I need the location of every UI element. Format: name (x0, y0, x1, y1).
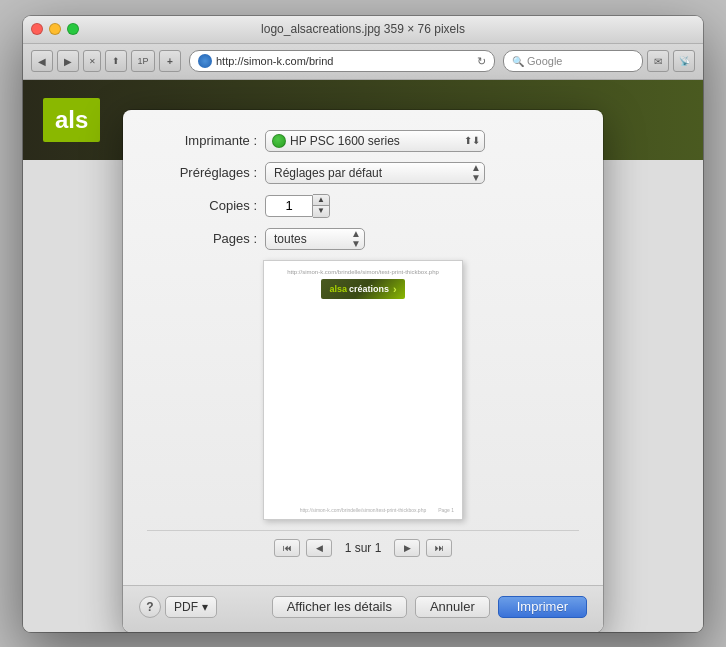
pages-control: toutes De ... à ... ▲▼ (265, 228, 579, 250)
prev-page-button[interactable]: ◀ (306, 539, 332, 557)
preview-footer: http://simon-k.com/brindelle/simon/test-… (264, 507, 462, 513)
next-page-button[interactable]: ▶ (394, 539, 420, 557)
copies-label: Copies : (147, 198, 257, 213)
site-logo: als (43, 98, 100, 142)
copies-control: ▲ ▼ (265, 194, 579, 218)
pages-select[interactable]: toutes De ... à ... (265, 228, 365, 250)
printer-status-icon (272, 134, 286, 148)
help-button[interactable]: ? (139, 596, 161, 618)
copies-stepper: ▲ ▼ (313, 194, 330, 218)
preview-page-number: Page 1 (438, 507, 454, 513)
browser-window: logo_alsacreations.jpg 359 × 76 pixels ◀… (23, 16, 703, 632)
maximize-button[interactable] (67, 23, 79, 35)
pages-label: Pages : (147, 231, 257, 246)
footer-right: Afficher les détails Annuler Imprimer (272, 596, 587, 618)
minimize-button[interactable] (49, 23, 61, 35)
rss-button[interactable]: 📡 (673, 50, 695, 72)
pages-select-wrapper[interactable]: toutes De ... à ... ▲▼ (265, 228, 365, 250)
footer-left: ? PDF ▾ (139, 596, 217, 618)
stop-button[interactable]: ✕ (83, 50, 101, 72)
pdf-label: PDF (174, 600, 198, 614)
copies-decrement-button[interactable]: ▼ (313, 206, 329, 217)
pages-row: Pages : toutes De ... à ... ▲▼ (147, 228, 579, 250)
print-button[interactable]: Imprimer (498, 596, 587, 618)
mail-button[interactable]: ✉ (647, 50, 669, 72)
print-dialog: Imprimante : HP PSC 1600 series ⬆⬇ (123, 110, 603, 632)
preview-logo-container: alsacréations› (272, 279, 454, 299)
printer-value: HP PSC 1600 series (290, 134, 464, 148)
url-text: http://simon-k.com/brind (216, 55, 473, 67)
printer-row: Imprimante : HP PSC 1600 series ⬆⬇ (147, 130, 579, 152)
url-bar[interactable]: http://simon-k.com/brind ↻ (189, 50, 495, 72)
last-page-button[interactable]: ⏭ (426, 539, 452, 557)
printer-select-arrow: ⬆⬇ (464, 135, 480, 146)
printer-control: HP PSC 1600 series ⬆⬇ (265, 130, 579, 152)
dialog-form: Imprimante : HP PSC 1600 series ⬆⬇ (123, 110, 603, 585)
open-in-new-button[interactable]: ⬆ (105, 50, 127, 72)
search-icon: 🔍 (512, 56, 524, 67)
cancel-button[interactable]: Annuler (415, 596, 490, 618)
presets-select-wrapper[interactable]: Réglages par défaut ▲▼ (265, 162, 485, 184)
close-button[interactable] (31, 23, 43, 35)
forward-button[interactable]: ▶ (57, 50, 79, 72)
copies-wrapper: ▲ ▼ (265, 194, 579, 218)
dialog-footer: ? PDF ▾ Afficher les détails Annuler Imp… (123, 585, 603, 632)
copies-input[interactable] (265, 195, 313, 217)
printer-select-wrapper: HP PSC 1600 series ⬆⬇ (265, 130, 485, 152)
traffic-lights (31, 23, 79, 35)
preview-logo: alsacréations› (321, 279, 404, 299)
pagination-controls: ⏮ ◀ 1 sur 1 ▶ ⏭ (147, 530, 579, 565)
first-page-button[interactable]: ⏮ (274, 539, 300, 557)
site-icon (198, 54, 212, 68)
add-bookmark-button[interactable]: + (159, 50, 181, 72)
preview-url: http://simon-k.com/brindelle/simon/test-… (272, 269, 454, 275)
copies-increment-button[interactable]: ▲ (313, 195, 329, 206)
1p-button[interactable]: 1P (131, 50, 155, 72)
refresh-icon[interactable]: ↻ (477, 55, 486, 68)
details-button[interactable]: Afficher les détails (272, 596, 407, 618)
page-info: 1 sur 1 (338, 541, 388, 555)
search-placeholder: Google (527, 55, 562, 67)
browser-content: als Imprimante : HP PSC 1600 series ⬆⬇ (23, 80, 703, 632)
print-preview: http://simon-k.com/brindelle/simon/test-… (263, 260, 463, 520)
window-title: logo_alsacreations.jpg 359 × 76 pixels (261, 22, 465, 36)
printer-label: Imprimante : (147, 133, 257, 148)
presets-select[interactable]: Réglages par défaut (265, 162, 485, 184)
pdf-button[interactable]: PDF ▾ (165, 596, 217, 618)
copies-row: Copies : ▲ ▼ (147, 194, 579, 218)
presets-row: Préréglages : Réglages par défaut ▲▼ (147, 162, 579, 184)
search-bar[interactable]: 🔍 Google (503, 50, 643, 72)
title-bar: logo_alsacreations.jpg 359 × 76 pixels (23, 16, 703, 44)
presets-label: Préréglages : (147, 165, 257, 180)
pdf-arrow-icon: ▾ (202, 600, 208, 614)
presets-control: Réglages par défaut ▲▼ (265, 162, 579, 184)
toolbar: ◀ ▶ ✕ ⬆ 1P + http://simon-k.com/brind ↻ … (23, 44, 703, 80)
preview-content: http://simon-k.com/brindelle/simon/test-… (264, 261, 462, 311)
back-button[interactable]: ◀ (31, 50, 53, 72)
